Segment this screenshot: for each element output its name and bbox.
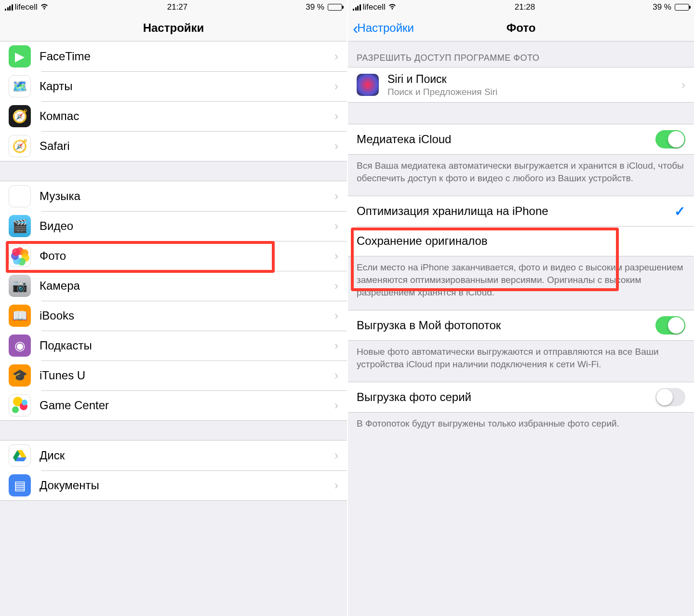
carrier-label: lifecell [15, 2, 38, 12]
settings-item-music[interactable]: ♪ Музыка › [0, 181, 347, 211]
status-time: 21:28 [515, 2, 535, 12]
settings-item-gamecenter[interactable]: Game Center › [0, 390, 347, 420]
photostream-toggle[interactable] [655, 316, 685, 335]
burst-upload-label: Выгрузка фото серий [357, 390, 655, 404]
chevron-right-icon: › [334, 309, 338, 322]
settings-item-label: Подкасты [40, 339, 334, 352]
siri-title: Siri и Поиск [387, 73, 681, 86]
chevron-right-icon: › [334, 109, 338, 123]
photos-icon [9, 245, 31, 267]
chevron-right-icon: › [334, 80, 338, 93]
chevron-right-icon: › [334, 50, 338, 63]
gamecenter-icon [9, 394, 31, 416]
status-time: 21:27 [167, 2, 188, 12]
settings-item-camera[interactable]: 📷 Камера › [0, 271, 347, 301]
settings-item-label: Safari [40, 139, 334, 153]
chevron-right-icon: › [334, 339, 338, 352]
settings-item-itunesu[interactable]: 🎓 iTunes U › [0, 361, 347, 390]
checkmark-icon: ✓ [674, 203, 685, 219]
storage-option-label: Сохранение оригиналов [357, 234, 685, 248]
chevron-right-icon: › [334, 449, 338, 462]
settings-item-maps[interactable]: 🗺️ Карты › [0, 71, 347, 101]
maps-icon: 🗺️ [9, 75, 31, 97]
siri-icon [357, 74, 379, 96]
burst-upload-row[interactable]: Выгрузка фото серий [348, 382, 694, 412]
settings-item-podcasts[interactable]: ◉ Подкасты › [0, 331, 347, 361]
icloud-library-footer: Вся Ваша медиатека автоматически выгружа… [348, 155, 694, 193]
photostream-label: Выгрузка в Мой фотопоток [357, 319, 655, 332]
nav-title: Фото [507, 21, 536, 35]
chevron-right-icon: › [334, 479, 338, 492]
podcasts-icon: ◉ [9, 335, 31, 357]
siri-search-row[interactable]: Siri и Поиск Поиск и Предложения Siri › [348, 67, 694, 102]
settings-item-photos[interactable]: Фото › [0, 241, 347, 271]
photos-settings-list[interactable]: РАЗРЕШИТЬ ДОСТУП ПРОГРАММЕ ФОТО Siri и П… [348, 41, 694, 616]
nav-bar: ‹ Настройки Фото [348, 14, 694, 41]
settings-item-safari[interactable]: 🧭 Safari › [0, 131, 347, 161]
battery-icon [328, 4, 342, 11]
screen-settings: lifecell 21:27 39 % Настройки ▶ FaceTime… [0, 0, 347, 616]
settings-item-ibooks[interactable]: 📖 iBooks › [0, 301, 347, 331]
nav-title: Настройки [143, 21, 204, 35]
camera-icon: 📷 [9, 275, 31, 297]
chevron-right-icon: › [334, 249, 338, 263]
settings-item-label: iTunes U [40, 369, 334, 382]
battery-icon [675, 4, 689, 11]
screen-photos-settings: lifecell 21:28 39 % ‹ Настройки Фото РАЗ… [347, 0, 694, 616]
chevron-right-icon: › [334, 279, 338, 293]
settings-item-label: Камера [40, 279, 334, 293]
settings-item-label: Карты [40, 80, 334, 93]
burst-upload-toggle[interactable] [655, 388, 685, 406]
settings-item-drive[interactable]: Диск › [0, 441, 347, 470]
storage-option-optimize[interactable]: Оптимизация хранилища на iPhone ✓ [348, 196, 694, 226]
signal-icon [353, 4, 361, 11]
compass-icon: 🧭 [9, 105, 31, 127]
icloud-library-toggle[interactable] [655, 130, 685, 148]
storage-option-label: Оптимизация хранилища на iPhone [357, 204, 674, 218]
photostream-row[interactable]: Выгрузка в Мой фотопоток [348, 310, 694, 340]
settings-item-label: Документы [40, 479, 334, 492]
settings-item-compass[interactable]: 🧭 Компас › [0, 101, 347, 131]
photostream-footer: Новые фото автоматически выгружаются и о… [348, 341, 694, 379]
settings-item-label: iBooks [40, 309, 334, 322]
itunesu-icon: 🎓 [9, 364, 31, 387]
ibooks-icon: 📖 [9, 305, 31, 327]
music-icon: ♪ [9, 185, 31, 207]
settings-list[interactable]: ▶ FaceTime › 🗺️ Карты › 🧭 Компас › 🧭 Saf… [0, 41, 347, 616]
storage-footer: Если место на iPhone заканчивается, фото… [348, 256, 694, 307]
chevron-right-icon: › [334, 189, 338, 203]
carrier-label: lifecell [363, 2, 386, 12]
back-button[interactable]: ‹ Настройки [353, 20, 414, 36]
wifi-icon [40, 2, 49, 13]
status-bar: lifecell 21:27 39 % [0, 0, 347, 14]
storage-option-originals[interactable]: Сохранение оригиналов [348, 226, 694, 256]
settings-item-label: FaceTime [40, 50, 334, 63]
chevron-right-icon: › [334, 139, 338, 153]
settings-item-label: Компас [40, 109, 334, 123]
settings-item-docs[interactable]: ▤ Документы › [0, 470, 347, 500]
back-label: Настройки [357, 21, 414, 35]
wifi-icon [387, 2, 397, 13]
section-header-access: РАЗРЕШИТЬ ДОСТУП ПРОГРАММЕ ФОТО [348, 41, 694, 67]
settings-item-facetime[interactable]: ▶ FaceTime › [0, 41, 347, 71]
settings-item-label: Видео [40, 219, 334, 233]
status-bar: lifecell 21:28 39 % [348, 0, 694, 14]
siri-subtitle: Поиск и Предложения Siri [387, 87, 681, 97]
settings-item-label: Диск [40, 449, 334, 462]
docs-icon: ▤ [9, 474, 31, 496]
settings-item-videos[interactable]: 🎬 Видео › [0, 211, 347, 241]
chevron-right-icon: › [334, 399, 338, 412]
settings-item-label: Музыка [40, 189, 334, 203]
nav-bar: Настройки [0, 14, 347, 41]
chevron-right-icon: › [681, 78, 685, 92]
facetime-icon: ▶ [9, 45, 31, 67]
icloud-library-row[interactable]: Медиатека iCloud [348, 124, 694, 154]
signal-icon [5, 4, 13, 11]
chevron-right-icon: › [334, 369, 338, 382]
safari-icon: 🧭 [9, 135, 31, 157]
settings-item-label: Фото [40, 249, 334, 263]
settings-item-label: Game Center [40, 399, 334, 412]
chevron-right-icon: › [334, 219, 338, 233]
battery-pct: 39 % [653, 2, 671, 12]
battery-pct: 39 % [306, 2, 324, 12]
